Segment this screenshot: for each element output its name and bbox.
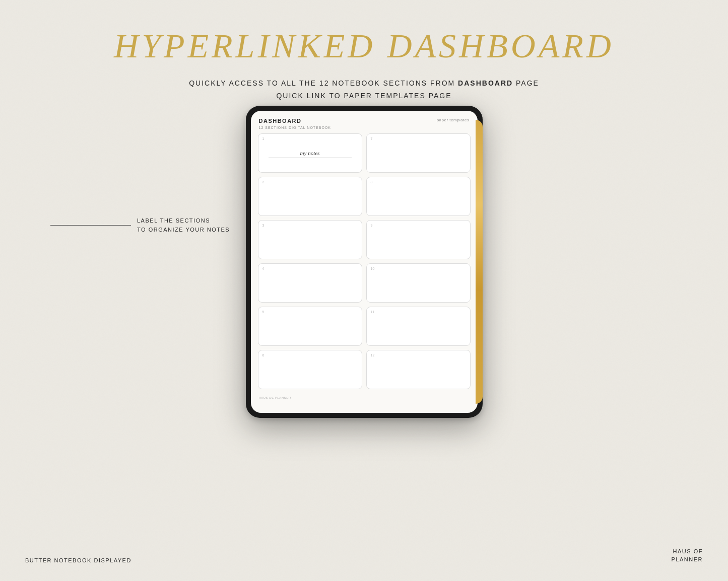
note-box[interactable]: 2 — [258, 177, 362, 216]
note-number: 8 — [371, 180, 373, 184]
main-title: Hyperlinked Dashboard — [0, 0, 728, 66]
note-box[interactable]: 6 — [258, 350, 362, 389]
note-number: 3 — [262, 224, 264, 227]
annotation-line1: LABEL THE SECTIONS — [137, 216, 230, 226]
note-box[interactable]: 5 — [258, 307, 362, 346]
subtitle: Quickly access to all the 12 notebook se… — [0, 77, 728, 102]
note-number: 7 — [371, 137, 373, 140]
tablet-footer: HAUS DE PLANNER — [251, 394, 478, 402]
side-annotation: LABEL THE SECTIONS TO ORGANIZE YOUR NOTE… — [50, 216, 230, 237]
paper-templates-link[interactable]: paper templates — [437, 118, 470, 122]
note-line — [269, 158, 352, 158]
subtitle-line2: Quick link to paper templates page — [0, 90, 728, 102]
note-number: 9 — [371, 224, 373, 227]
note-box[interactable]: 11 — [366, 307, 471, 346]
note-box[interactable]: 9 — [366, 220, 471, 259]
annotation-line — [50, 225, 131, 226]
tablet-outer: DASHBOARD paper templates 12 SECTIONS DI… — [246, 106, 483, 418]
tablet-screen: DASHBOARD paper templates 12 SECTIONS DI… — [251, 111, 478, 413]
note-number: 6 — [262, 353, 264, 357]
dashboard-header: DASHBOARD paper templates — [251, 111, 478, 126]
bottom-right-label: HAUS OF PLANNER — [672, 548, 703, 563]
annotation-line-container: LABEL THE SECTIONS TO ORGANIZE YOUR NOTE… — [50, 216, 230, 234]
annotation-text: LABEL THE SECTIONS TO ORGANIZE YOUR NOTE… — [137, 216, 230, 234]
notes-grid: 1my notes72839410511612 — [251, 133, 478, 394]
note-number: 11 — [371, 310, 375, 314]
page: Hyperlinked Dashboard Quickly access to … — [0, 0, 728, 581]
bottom-right-line1: HAUS OF — [672, 548, 703, 555]
note-box[interactable]: 10 — [366, 263, 471, 303]
note-box[interactable]: 4 — [258, 263, 362, 303]
note-box[interactable]: 1my notes — [258, 133, 362, 173]
note-box[interactable]: 8 — [366, 177, 471, 216]
subtitle-line1: Quickly access to all the 12 notebook se… — [0, 77, 728, 90]
note-box[interactable]: 12 — [366, 350, 471, 389]
annotation-line2: TO ORGANIZE YOUR NOTES — [137, 226, 230, 235]
note-number: 2 — [262, 180, 264, 184]
note-label: my notes — [300, 150, 320, 156]
note-number: 4 — [262, 267, 264, 270]
note-number: 12 — [371, 353, 375, 357]
note-number: 5 — [262, 310, 264, 314]
bottom-right-line2: PLANNER — [672, 556, 703, 563]
note-number: 10 — [371, 267, 375, 270]
note-number: 1 — [262, 137, 264, 140]
dashboard-label: DASHBOARD — [259, 118, 302, 124]
tablet-device: DASHBOARD paper templates 12 SECTIONS DI… — [246, 106, 483, 418]
note-box[interactable]: 7 — [366, 133, 471, 173]
notebook-subtitle: 12 SECTIONS DIGITAL NOTEBOOK — [251, 126, 478, 133]
bottom-left-label: BUTTER NOTEBOOK DISPLAYED — [25, 557, 131, 563]
note-box[interactable]: 3 — [258, 220, 362, 259]
